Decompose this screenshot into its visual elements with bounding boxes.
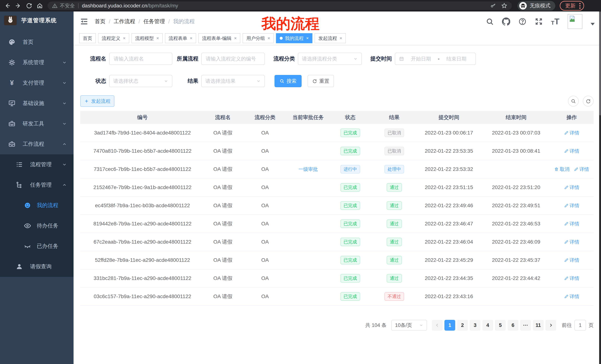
date-end[interactable]: 结束日期 [441,56,472,62]
category-select[interactable]: 请选择流程分类 [298,53,362,65]
page-button-3[interactable]: 3 [470,320,481,331]
tab-process-form-edit[interactable]: 流程表单-编辑× [198,33,240,43]
result-badge: 通过 [387,256,402,264]
sidebar-item-home[interactable]: 首页 [0,32,74,52]
home-icon[interactable] [35,1,45,10]
address-bar[interactable]: 不安全 dashboard.yudao.iocoder.cn/bpm/task/… [48,1,512,10]
sidebar-item-payment[interactable]: ¥ 支付管理 [0,73,74,93]
tab-process-definition[interactable]: 流程定义× [98,33,129,43]
filter-row-1: 流程名 所属流程 流程分类 请选择流程分类 提交时间 开始日期 - 结束日期 [80,53,594,65]
avatar-caret-icon[interactable] [591,23,595,25]
breadcrumb-task-mgmt[interactable]: 任务管理 [143,18,165,25]
page-scrollbar[interactable] [599,11,601,364]
close-icon[interactable]: × [190,36,192,41]
tab-process-model[interactable]: 流程模型× [131,33,163,43]
process-name-input[interactable] [109,53,172,65]
breadcrumb-workflow[interactable]: 工作流程 [114,18,135,25]
table-search-toggle-button[interactable] [568,96,579,106]
sidebar-item-my-process[interactable]: 我的流程 [0,195,74,216]
cell-category: OA [241,130,289,136]
cell-id: 331bc281-7b9a-11ec-a290-acde48001122 [80,275,205,281]
page-button-5[interactable]: 5 [495,320,506,331]
status-select[interactable]: 请选择状态 [109,75,172,87]
cancel-link[interactable]: 取消 [554,166,570,172]
cell-submit-time: 2022-01-22 23:46:47 [415,221,482,227]
sidebar-item-devtools[interactable]: 研发工具 [0,114,74,134]
refresh-icon[interactable] [24,1,34,10]
pencil-icon [564,294,569,299]
sidebar-item-task-mgmt[interactable]: 任务管理 [0,175,74,195]
close-icon[interactable]: × [156,36,159,41]
font-size-icon[interactable]: TT [551,18,559,26]
forward-icon[interactable] [13,1,23,10]
prev-page-button[interactable] [432,320,442,331]
avatar[interactable] [568,14,582,29]
next-page-button[interactable] [545,320,556,331]
process-definition-input[interactable] [201,53,265,65]
detail-link[interactable]: 详情 [564,293,579,300]
result-select[interactable]: 请选择流结果 [201,75,265,87]
sidebar-item-done-tasks[interactable]: 已办任务 [0,236,74,256]
sidebar-toggle-icon[interactable] [80,17,88,26]
detail-link[interactable]: 详情 [564,239,579,245]
fullscreen-icon[interactable] [535,18,543,26]
page-size-select[interactable]: 10条/页 [391,320,427,331]
tab-start-process[interactable]: 发起流程× [315,33,346,43]
page-button-1[interactable]: 1 [444,320,455,331]
detail-link[interactable]: 详情 [564,275,579,282]
tab-user-group[interactable]: 用户分组× [242,33,274,43]
close-icon[interactable]: × [340,36,342,41]
tab-my-process[interactable]: 我的流程× [276,33,312,43]
page-button-4[interactable]: 4 [482,320,493,331]
status-badge: 已完成 [341,129,360,137]
tab-process-form[interactable]: 流程表单× [165,33,196,43]
sidebar-item-process-mgmt[interactable]: 流程管理 [0,154,74,175]
page-button-6[interactable]: 6 [508,320,518,331]
bookmark-star-icon[interactable] [501,3,507,9]
task-link[interactable]: 一级审批 [299,166,318,172]
close-icon[interactable]: × [123,36,126,41]
detail-link[interactable]: 详情 [564,130,579,136]
detail-link[interactable]: 详情 [564,184,579,191]
detail-link[interactable]: 详情 [564,220,579,227]
sidebar-item-system[interactable]: 系统管理 [0,52,74,73]
back-icon[interactable] [3,1,12,10]
detail-link[interactable]: 详情 [564,202,579,209]
pencil-icon [564,185,569,190]
help-icon[interactable] [518,18,527,26]
sidebar-item-workflow[interactable]: 工作流程 [0,134,74,154]
start-process-button[interactable]: 发起流程 [80,95,114,107]
table-row: 7470a810-7b9b-11ec-b5b7-acde48001122 OA … [80,142,594,160]
sidebar-item-todo-tasks[interactable]: 待办任务 [0,216,74,236]
scrollbar-thumb[interactable] [599,11,601,115]
table-refresh-button[interactable] [583,96,594,106]
sidebar: 芋道管理系统 首页 系统管理 ¥ 支付管理 [0,11,74,364]
key-icon[interactable] [490,3,496,9]
cell-end-time: 2022-01-23 00:07:03 [482,130,550,136]
breadcrumb-home[interactable]: 首页 [95,18,105,25]
detail-link[interactable]: 详情 [574,166,589,172]
sidebar-item-label: 工作流程 [23,140,44,148]
date-range-picker[interactable]: 开始日期 - 结束日期 [395,53,476,65]
reset-button[interactable]: 重置 [308,75,334,87]
search-icon[interactable] [486,18,494,26]
update-button[interactable]: 更新 [560,1,584,10]
sidebar-item-leave-query[interactable]: 请假查询 [0,256,74,277]
page-button-2[interactable]: 2 [457,320,468,331]
table-row: 331bc281-7b9a-11ec-a290-acde48001122 OA … [80,269,594,287]
page-button-11[interactable]: 11 [533,320,544,331]
close-icon[interactable]: × [306,36,309,41]
detail-link[interactable]: 详情 [564,257,579,263]
close-icon[interactable]: × [234,36,237,41]
close-icon[interactable]: × [267,36,270,41]
menu-dots-icon[interactable] [579,3,581,9]
detail-link[interactable]: 详情 [564,148,579,154]
tab-home[interactable]: 首页 [79,33,96,43]
page-ellipsis[interactable]: ··· [520,320,531,331]
date-start[interactable]: 开始日期 [406,56,436,62]
goto-page-input[interactable] [574,320,586,331]
sidebar-item-infra[interactable]: 基础设施 [0,93,74,114]
sidebar-item-label: 支付管理 [23,79,44,87]
github-icon[interactable] [502,18,510,26]
search-button[interactable]: 搜索 [274,75,302,87]
